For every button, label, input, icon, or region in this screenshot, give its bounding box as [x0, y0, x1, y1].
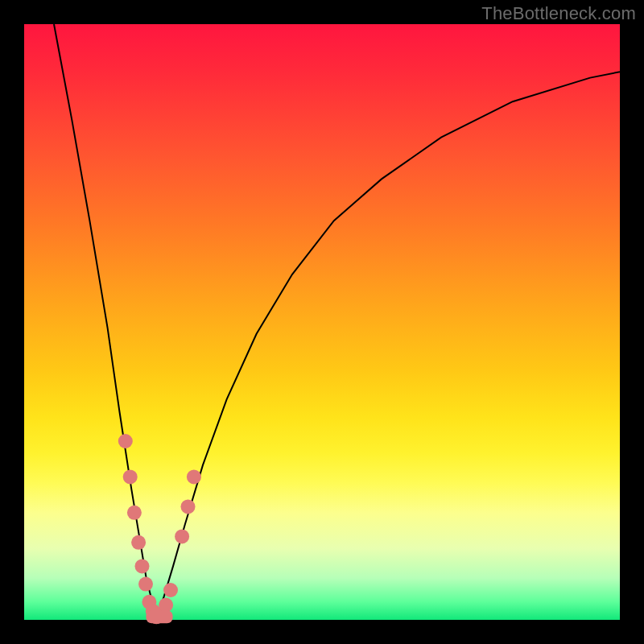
bottleneck-curve	[54, 24, 620, 620]
plot-area	[24, 24, 620, 620]
marker-dot	[118, 434, 133, 448]
marker-dot	[127, 506, 142, 520]
chart-frame: TheBottleneck.com	[0, 0, 644, 644]
marker-dot	[138, 577, 153, 592]
marker-dot	[187, 469, 201, 484]
marker-dot	[131, 535, 146, 550]
marker-dot	[123, 469, 138, 484]
marker-group	[118, 434, 201, 624]
marker-dot	[159, 598, 173, 613]
marker-vertex-pill	[146, 610, 172, 623]
marker-dot	[175, 529, 189, 543]
watermark-text: TheBottleneck.com	[481, 3, 636, 24]
marker-dot	[181, 499, 196, 514]
curve-layer	[24, 24, 620, 620]
marker-dot	[135, 559, 150, 573]
marker-dot	[163, 583, 178, 597]
